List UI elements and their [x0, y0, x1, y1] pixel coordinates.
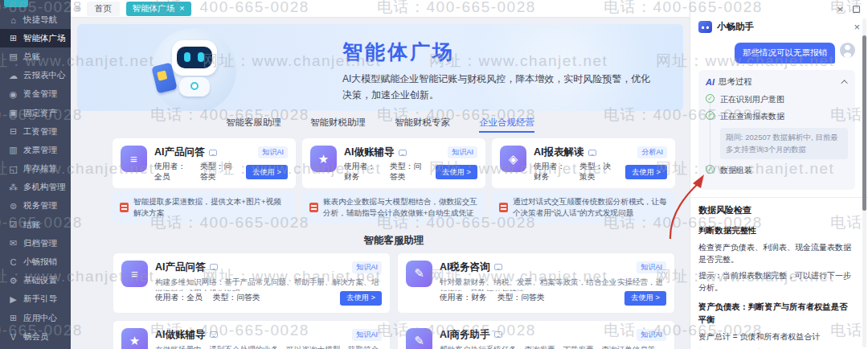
sidebar-item-label: 税务管理: [23, 200, 57, 211]
inventory-icon: ◱: [8, 164, 18, 174]
step-text: 正在查询报表数据: [720, 111, 784, 122]
home-icon: ⌂: [8, 15, 18, 25]
tab-smart-finance[interactable]: 智能财税助理: [310, 117, 366, 133]
hero-banner: 智能体广场 AI大模型赋能企业智能记账与财税风控，降本增效，实时风险预警，优化决…: [77, 24, 683, 111]
card-title: AI商务助手: [440, 328, 490, 342]
card-type: 类型：问答类: [200, 162, 235, 183]
tab-label: 智能体广场: [133, 3, 175, 14]
use-button[interactable]: 去使用 >: [340, 291, 382, 306]
agent-card-body[interactable]: ≡ AI产品问答 知识AI 构建多维知识网络：基于产品常见问题、帮助手册、解决方…: [113, 138, 296, 188]
card-note-text: 通过对话式交互颠覆传统数据分析模式，让每个决策者用“说人话”的方式发现问题: [513, 196, 668, 219]
tab-smart-service[interactable]: 智能客服助理: [226, 117, 281, 133]
use-button[interactable]: 去使用 >: [436, 165, 477, 179]
step-text: 正在识别用户意图: [720, 94, 784, 105]
answer-tip: 提示：当前报表数据完整，可以进行下一步分析。: [698, 269, 855, 294]
check-icon: [706, 165, 714, 174]
agent-card[interactable]: ✎ AI商务助手 知识AI 帮助客户执行系统任务，查询发票、下载发票、查询订单信…: [397, 320, 675, 349]
use-button[interactable]: 去使用 >: [625, 165, 667, 179]
card-note-text: 账表内企业数据与大模型相结合，做数据交互分析，辅助指导会计高效做账+自动生成凭证: [323, 196, 478, 219]
sidebar-item-archive[interactable]: ✉ 归档管理: [0, 234, 71, 253]
panel-window-controls: ×: [690, 0, 868, 18]
robot-eye: [184, 52, 190, 62]
card-desc: 针对最新财务、纳税、发票、档案等政策，结合企业实操经营，进行咨询、风险评估与管控: [440, 277, 666, 291]
sidebar-item-inventory[interactable]: ◱ 库存核算: [0, 160, 71, 179]
thinking-step: 正在查询报表数据: [706, 111, 848, 122]
sidebar-item-label: 多机构管理: [23, 182, 66, 193]
tab-tax-expert[interactable]: 智能财税专家: [395, 117, 450, 133]
sidebar-item-label: 云报表中心: [23, 70, 66, 81]
card-desc: 帮助客户执行系统任务，查询发票、下载发票、查询订单信息等: [440, 344, 666, 349]
card-note: 智能提取多渠道数据，提供文本+图片+视频解决方案: [113, 192, 296, 223]
step-text: 数据组装: [720, 165, 752, 176]
invoice-icon: ▥: [8, 145, 18, 155]
sidebar-item-multi-org[interactable]: ⁂ 多机构管理: [0, 179, 71, 197]
sidebar-item-label: 发票管理: [23, 145, 57, 156]
sidebar-item-settings[interactable]: ⚙ 基础设置: [0, 272, 71, 290]
tab-home[interactable]: 首页: [87, 2, 120, 16]
agent-card[interactable]: ≡ AI产品问答 知识AI 构建多维知识网络：基于产品常见问题、帮助手册、解决方…: [113, 253, 391, 314]
sidebar-item-tax[interactable]: ⊜ 税务管理: [0, 197, 71, 216]
ai-badge: 知识AI: [352, 329, 382, 341]
sidebar-item-label: 智能体广场: [23, 33, 66, 44]
plaza-icon: ⊞: [8, 33, 18, 43]
sidebar-item-invoices[interactable]: ▥ 发票管理: [0, 141, 71, 159]
sidebar-item-label: 新手引导: [23, 294, 57, 305]
main-column: ≡ 首页 智能体广场 × 智能体广场 AI大模型赋能企业智能记账与财税风控，: [71, 0, 690, 349]
sidebar-item-quick-nav[interactable]: ⌂ 快捷导航: [0, 10, 71, 29]
tab-compliance[interactable]: 企业合规经营: [479, 117, 534, 133]
list-cards-row: ★ AI做账辅导 知识AI 在做账场景中，遇到不会处理的业务，可以咨询大模型，获…: [113, 320, 675, 349]
main-content: 智能体广场 AI大模型赋能企业智能记账与财税风控，降本增效，实时风险预警，优化决…: [71, 18, 690, 349]
agent-card-body[interactable]: ★ AI做账辅导 知识AI 在做账场景中，遇到不会处理的业务，可以咨询大模型，获…: [302, 138, 485, 188]
tab-agent-plaza[interactable]: 智能体广场 ×: [126, 2, 191, 16]
sidebar-item-label: 快捷导航: [23, 14, 57, 26]
chat-bubble-icon: [210, 331, 218, 338]
sidebar-item-label: 小畅报销: [23, 257, 57, 268]
sidebar-item-general-ledger[interactable]: ▤ 总账: [0, 47, 71, 66]
sidebar-item-agent-plaza[interactable]: ⊞ 智能体广场: [0, 29, 71, 47]
ai-badge: 知识AI: [448, 146, 477, 158]
sidebar-item-closing[interactable]: ☑ 结账: [0, 216, 71, 234]
gear-icon: ⚙: [8, 276, 18, 286]
sidebar-item-funds[interactable]: ◉ 资金管理: [0, 85, 71, 104]
sidebar-item-beginner-guide[interactable]: ▶ 新手引导: [0, 290, 71, 309]
tax-consult-icon: ✎: [406, 261, 432, 287]
sidebar-item-membership[interactable]: V 畅会员: [0, 327, 71, 346]
sidebar-item-payroll[interactable]: ⊟ 工资管理: [0, 122, 71, 141]
ai-badge: 知识AI: [637, 261, 666, 273]
payroll-icon: ⊟: [8, 126, 18, 137]
section-title: 智能客服助理: [113, 234, 675, 248]
card-title: AI税务咨询: [440, 261, 490, 274]
agent-card-body[interactable]: ◈ AI报表解读 分析AI 针对财务三大报表，进行大模型解读，准确合规出表，减少…: [492, 138, 675, 188]
agent-card[interactable]: ✎ AI税务咨询 知识AI 针对最新财务、纳税、发票、档案等政策，结合企业实操经…: [397, 253, 675, 314]
thinking-card: AI 思考过程 正在识别用户意图 正在查询报表数据 期间: 202507 数据解…: [698, 70, 855, 190]
card-user: 使用者：财务: [344, 162, 379, 183]
sidebar-item-fixed-assets[interactable]: ▣ 固定资产: [0, 104, 71, 122]
agent-card[interactable]: ★ AI做账辅导 知识AI 在做账场景中，遇到不会处理的业务，可以咨询大模型，获…: [113, 320, 391, 349]
use-button[interactable]: 去使用 >: [624, 291, 666, 306]
card-desc: 构建多维知识网络：基于产品常见问题、帮助手册、解决方案、培训资料生成用户操作说明…: [155, 277, 382, 291]
closing-icon: ☑: [8, 220, 18, 230]
chat-bubble-icon: [588, 150, 596, 156]
sidebar-item-app-center[interactable]: ⊞ 应用中心: [0, 309, 71, 327]
assistant-title: 小畅助手: [717, 21, 754, 33]
sidebar-item-expense[interactable]: C 小畅报销: [0, 253, 71, 271]
close-tab-icon[interactable]: ×: [179, 4, 184, 13]
sidebar-item-label: 应用中心: [23, 313, 57, 324]
expand-icon[interactable]: [853, 6, 860, 13]
expense-icon: C: [8, 257, 18, 267]
agent-card: ≡ AI产品问答 知识AI 构建多维知识网络：基于产品常见问题、帮助手册、解决方…: [113, 138, 296, 223]
use-button[interactable]: 去使用 >: [246, 165, 288, 179]
scrollbar-thumb[interactable]: [862, 35, 866, 211]
asset-icon: ▣: [8, 108, 18, 118]
assistant-answer: 数据风险检查 判断数据完整性 检查资产负债表、利润表、现金流量表数据是否完整。 …: [698, 203, 855, 349]
sidebar-item-cloud-reports[interactable]: ☁ 云报表中心: [0, 67, 71, 85]
close-assistant-icon[interactable]: ×: [854, 22, 860, 32]
chevron-up-icon[interactable]: [841, 80, 847, 86]
collapse-menu-icon[interactable]: ≡: [76, 4, 80, 13]
category-tabs: 智能客服助理 智能财税助理 智能财税专家 企业合规经营: [77, 117, 683, 133]
robot-chest: [190, 82, 199, 90]
card-note: 账表内企业数据与大模型相结合，做数据交互分析，辅助指导会计高效做账+自动生成凭证: [302, 192, 485, 223]
ai-badge: 知识AI: [352, 261, 382, 273]
sidebar-item-label: 基础设置: [23, 275, 57, 286]
close-icon[interactable]: ×: [837, 4, 843, 14]
